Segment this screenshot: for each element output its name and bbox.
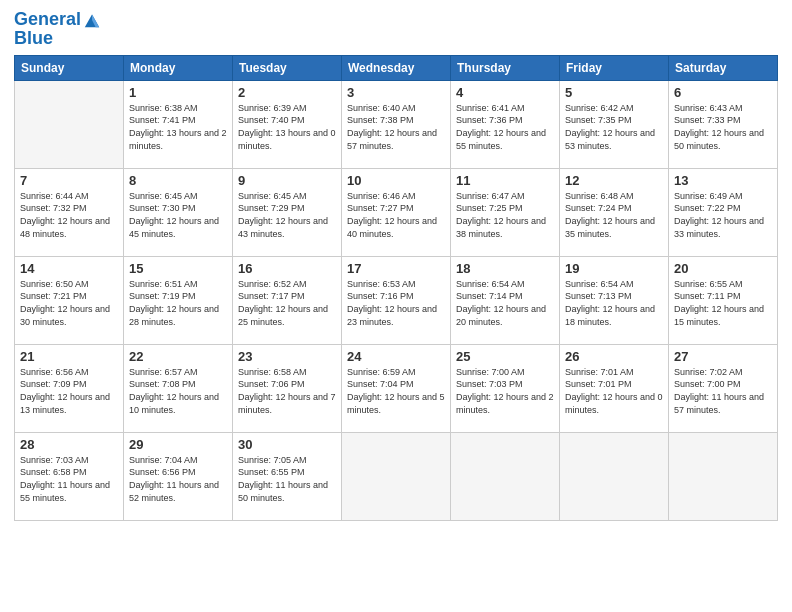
calendar-cell: 14Sunrise: 6:50 AMSunset: 7:21 PMDayligh… (15, 256, 124, 344)
calendar-cell: 3Sunrise: 6:40 AMSunset: 7:38 PMDaylight… (342, 80, 451, 168)
day-info: Sunrise: 6:39 AMSunset: 7:40 PMDaylight:… (238, 102, 336, 152)
day-number: 16 (238, 261, 336, 276)
calendar-week-4: 21Sunrise: 6:56 AMSunset: 7:09 PMDayligh… (15, 344, 778, 432)
calendar-cell: 11Sunrise: 6:47 AMSunset: 7:25 PMDayligh… (451, 168, 560, 256)
day-info: Sunrise: 6:53 AMSunset: 7:16 PMDaylight:… (347, 278, 445, 328)
weekday-header-tuesday: Tuesday (233, 55, 342, 80)
day-info: Sunrise: 6:42 AMSunset: 7:35 PMDaylight:… (565, 102, 663, 152)
day-number: 30 (238, 437, 336, 452)
weekday-header-sunday: Sunday (15, 55, 124, 80)
day-info: Sunrise: 6:54 AMSunset: 7:14 PMDaylight:… (456, 278, 554, 328)
day-info: Sunrise: 6:51 AMSunset: 7:19 PMDaylight:… (129, 278, 227, 328)
calendar-week-3: 14Sunrise: 6:50 AMSunset: 7:21 PMDayligh… (15, 256, 778, 344)
calendar-cell: 16Sunrise: 6:52 AMSunset: 7:17 PMDayligh… (233, 256, 342, 344)
day-info: Sunrise: 6:46 AMSunset: 7:27 PMDaylight:… (347, 190, 445, 240)
day-info: Sunrise: 6:57 AMSunset: 7:08 PMDaylight:… (129, 366, 227, 416)
calendar-cell: 28Sunrise: 7:03 AMSunset: 6:58 PMDayligh… (15, 432, 124, 520)
day-number: 21 (20, 349, 118, 364)
day-info: Sunrise: 7:02 AMSunset: 7:00 PMDaylight:… (674, 366, 772, 416)
calendar-cell (342, 432, 451, 520)
calendar-cell: 27Sunrise: 7:02 AMSunset: 7:00 PMDayligh… (669, 344, 778, 432)
calendar-cell: 7Sunrise: 6:44 AMSunset: 7:32 PMDaylight… (15, 168, 124, 256)
weekday-header-row: SundayMondayTuesdayWednesdayThursdayFrid… (15, 55, 778, 80)
calendar-cell: 8Sunrise: 6:45 AMSunset: 7:30 PMDaylight… (124, 168, 233, 256)
calendar-cell: 13Sunrise: 6:49 AMSunset: 7:22 PMDayligh… (669, 168, 778, 256)
calendar-cell: 30Sunrise: 7:05 AMSunset: 6:55 PMDayligh… (233, 432, 342, 520)
day-info: Sunrise: 6:56 AMSunset: 7:09 PMDaylight:… (20, 366, 118, 416)
weekday-header-thursday: Thursday (451, 55, 560, 80)
calendar-cell: 10Sunrise: 6:46 AMSunset: 7:27 PMDayligh… (342, 168, 451, 256)
calendar-cell: 24Sunrise: 6:59 AMSunset: 7:04 PMDayligh… (342, 344, 451, 432)
calendar-cell: 20Sunrise: 6:55 AMSunset: 7:11 PMDayligh… (669, 256, 778, 344)
day-info: Sunrise: 6:45 AMSunset: 7:30 PMDaylight:… (129, 190, 227, 240)
calendar-cell: 9Sunrise: 6:45 AMSunset: 7:29 PMDaylight… (233, 168, 342, 256)
day-number: 3 (347, 85, 445, 100)
calendar-cell (451, 432, 560, 520)
calendar-cell: 2Sunrise: 6:39 AMSunset: 7:40 PMDaylight… (233, 80, 342, 168)
logo-text: General (14, 10, 81, 30)
calendar-cell: 25Sunrise: 7:00 AMSunset: 7:03 PMDayligh… (451, 344, 560, 432)
day-info: Sunrise: 6:52 AMSunset: 7:17 PMDaylight:… (238, 278, 336, 328)
calendar-cell: 12Sunrise: 6:48 AMSunset: 7:24 PMDayligh… (560, 168, 669, 256)
day-info: Sunrise: 6:58 AMSunset: 7:06 PMDaylight:… (238, 366, 336, 416)
day-info: Sunrise: 6:44 AMSunset: 7:32 PMDaylight:… (20, 190, 118, 240)
calendar-cell: 4Sunrise: 6:41 AMSunset: 7:36 PMDaylight… (451, 80, 560, 168)
weekday-header-wednesday: Wednesday (342, 55, 451, 80)
day-info: Sunrise: 7:04 AMSunset: 6:56 PMDaylight:… (129, 454, 227, 504)
day-info: Sunrise: 6:54 AMSunset: 7:13 PMDaylight:… (565, 278, 663, 328)
day-number: 2 (238, 85, 336, 100)
day-number: 9 (238, 173, 336, 188)
day-number: 8 (129, 173, 227, 188)
calendar-cell: 29Sunrise: 7:04 AMSunset: 6:56 PMDayligh… (124, 432, 233, 520)
logo-icon (83, 11, 101, 29)
day-number: 15 (129, 261, 227, 276)
calendar-cell: 21Sunrise: 6:56 AMSunset: 7:09 PMDayligh… (15, 344, 124, 432)
day-number: 5 (565, 85, 663, 100)
calendar-cell (669, 432, 778, 520)
day-info: Sunrise: 6:41 AMSunset: 7:36 PMDaylight:… (456, 102, 554, 152)
day-number: 18 (456, 261, 554, 276)
day-number: 20 (674, 261, 772, 276)
page-container: General Blue SundayMondayTuesdayWednesda… (0, 0, 792, 612)
day-number: 29 (129, 437, 227, 452)
day-number: 27 (674, 349, 772, 364)
header: General Blue (14, 10, 778, 49)
day-info: Sunrise: 6:45 AMSunset: 7:29 PMDaylight:… (238, 190, 336, 240)
calendar-cell: 6Sunrise: 6:43 AMSunset: 7:33 PMDaylight… (669, 80, 778, 168)
calendar-cell: 17Sunrise: 6:53 AMSunset: 7:16 PMDayligh… (342, 256, 451, 344)
calendar-cell: 22Sunrise: 6:57 AMSunset: 7:08 PMDayligh… (124, 344, 233, 432)
calendar-cell: 5Sunrise: 6:42 AMSunset: 7:35 PMDaylight… (560, 80, 669, 168)
day-info: Sunrise: 6:43 AMSunset: 7:33 PMDaylight:… (674, 102, 772, 152)
day-info: Sunrise: 7:03 AMSunset: 6:58 PMDaylight:… (20, 454, 118, 504)
day-number: 7 (20, 173, 118, 188)
day-number: 11 (456, 173, 554, 188)
calendar-cell: 19Sunrise: 6:54 AMSunset: 7:13 PMDayligh… (560, 256, 669, 344)
day-info: Sunrise: 6:59 AMSunset: 7:04 PMDaylight:… (347, 366, 445, 416)
logo: General Blue (14, 10, 101, 49)
day-number: 13 (674, 173, 772, 188)
day-number: 26 (565, 349, 663, 364)
day-info: Sunrise: 6:48 AMSunset: 7:24 PMDaylight:… (565, 190, 663, 240)
calendar-cell: 26Sunrise: 7:01 AMSunset: 7:01 PMDayligh… (560, 344, 669, 432)
day-number: 10 (347, 173, 445, 188)
day-number: 22 (129, 349, 227, 364)
day-info: Sunrise: 6:49 AMSunset: 7:22 PMDaylight:… (674, 190, 772, 240)
day-info: Sunrise: 6:55 AMSunset: 7:11 PMDaylight:… (674, 278, 772, 328)
calendar-cell: 15Sunrise: 6:51 AMSunset: 7:19 PMDayligh… (124, 256, 233, 344)
day-number: 19 (565, 261, 663, 276)
day-number: 17 (347, 261, 445, 276)
day-number: 6 (674, 85, 772, 100)
calendar-week-1: 1Sunrise: 6:38 AMSunset: 7:41 PMDaylight… (15, 80, 778, 168)
day-number: 12 (565, 173, 663, 188)
day-number: 14 (20, 261, 118, 276)
weekday-header-monday: Monday (124, 55, 233, 80)
calendar-cell: 18Sunrise: 6:54 AMSunset: 7:14 PMDayligh… (451, 256, 560, 344)
day-number: 23 (238, 349, 336, 364)
calendar-table: SundayMondayTuesdayWednesdayThursdayFrid… (14, 55, 778, 521)
day-number: 24 (347, 349, 445, 364)
day-number: 25 (456, 349, 554, 364)
calendar-week-5: 28Sunrise: 7:03 AMSunset: 6:58 PMDayligh… (15, 432, 778, 520)
day-info: Sunrise: 7:00 AMSunset: 7:03 PMDaylight:… (456, 366, 554, 416)
weekday-header-saturday: Saturday (669, 55, 778, 80)
day-info: Sunrise: 7:05 AMSunset: 6:55 PMDaylight:… (238, 454, 336, 504)
